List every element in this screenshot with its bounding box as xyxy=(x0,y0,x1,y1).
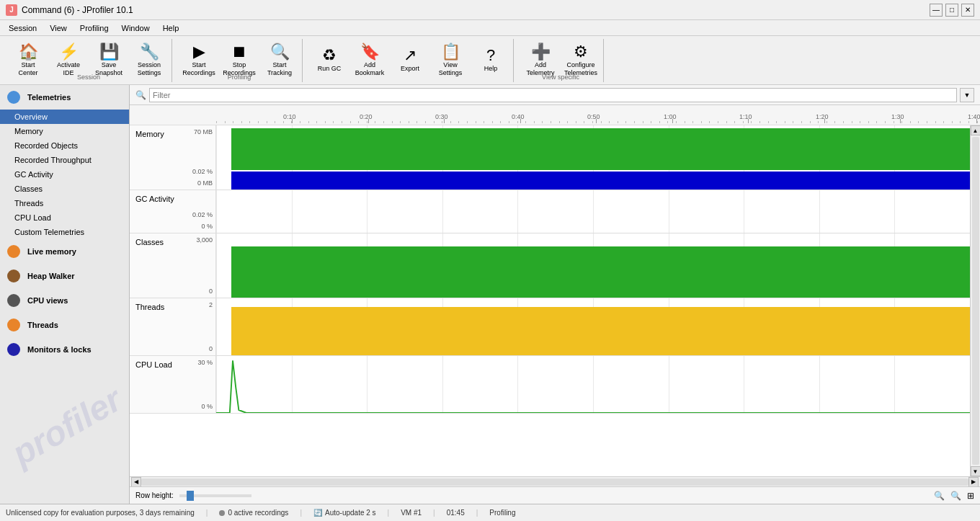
minor-tick-38 xyxy=(534,121,535,123)
scroll-right-button[interactable]: ▶ xyxy=(968,477,979,487)
chart-row-cpu-load: CPU Load30 %0 % xyxy=(130,356,970,414)
toolbar-group-1: ▶StartRecordings⏹StopRecordings🔍StartTra… xyxy=(177,39,303,82)
chart-fill-secondary-0 xyxy=(231,172,970,190)
sidebar-item-overview[interactable]: Overview xyxy=(0,110,129,124)
minor-tick-31 xyxy=(476,121,476,123)
minor-tick-79 xyxy=(876,121,877,123)
toolbar-icon-0: ▶ xyxy=(193,44,205,60)
sidebar-item-custom-telemetries[interactable]: Custom Telemetries xyxy=(0,225,129,239)
toolbar-btn-view-settings[interactable]: 📋ViewSettings xyxy=(431,40,470,81)
sidebar-item-gc-activity[interactable]: GC Activity xyxy=(0,167,129,182)
time-axis: 0:100:200:300:400:501:001:101:201:301:40 xyxy=(216,105,980,123)
grid-line-3-0 xyxy=(216,298,217,355)
sidebar-item-recorded-throughput[interactable]: Recorded Throughput xyxy=(0,153,129,167)
zoom-out-icon[interactable]: 🔍 xyxy=(934,491,945,501)
sidebar-section-threads[interactable]: Threads xyxy=(0,313,129,337)
sidebar-section-telemetries[interactable]: Telemetries xyxy=(0,85,129,110)
minor-tick-90 xyxy=(968,121,969,123)
chart-scale-mid-0: 0.02 % xyxy=(192,168,213,175)
toolbar-icon-1: ⚡ xyxy=(59,44,79,60)
minor-tick-13 xyxy=(325,121,326,123)
sidebar-section-heap-walker[interactable]: Heap Walker xyxy=(0,264,129,288)
minor-tick-25 xyxy=(425,121,426,123)
menu-item-help[interactable]: Help xyxy=(157,22,185,34)
minor-tick-62 xyxy=(734,121,735,123)
chart-scale-top-3: 2 xyxy=(209,301,213,308)
chart-row-gc-activity: GC Activity0.02 %0 % xyxy=(130,190,970,233)
grid-line-1-0 xyxy=(216,190,217,233)
zoom-in-icon[interactable]: 🔍 xyxy=(950,491,961,501)
sidebar-item-cpu-load[interactable]: CPU Load xyxy=(0,210,129,225)
sidebar-section-monitors-&-locks[interactable]: Monitors & locks xyxy=(0,337,129,362)
menu-item-view[interactable]: View xyxy=(44,22,73,34)
minor-tick-35 xyxy=(509,121,509,123)
toolbar-icon-4: ? xyxy=(486,48,495,63)
maximize-button[interactable]: □ xyxy=(945,4,958,17)
sidebar-section-label-3: CPU views xyxy=(27,296,68,305)
scroll-left-button[interactable]: ◀ xyxy=(131,477,141,487)
svg-point-4 xyxy=(7,319,20,331)
grid-line-1-1 xyxy=(292,190,293,233)
chart-canvas-3 xyxy=(216,298,970,355)
chart-scale-top-0: 70 MB xyxy=(194,128,213,135)
toolbar-label-3: ViewSettings xyxy=(439,61,463,77)
minor-tick-51 xyxy=(643,121,643,123)
grid-line-1-9 xyxy=(894,190,895,233)
sidebar-item-classes[interactable]: Classes xyxy=(0,182,129,196)
menu-item-profiling[interactable]: Profiling xyxy=(74,22,115,34)
sidebar-item-recorded-objects[interactable]: Recorded Objects xyxy=(0,138,129,153)
toolbar-btn-run-gc[interactable]: ♻Run GC xyxy=(310,40,349,81)
time-tick-label-8: 1:30 xyxy=(891,113,904,120)
minor-tick-77 xyxy=(860,121,860,123)
minor-tick-7 xyxy=(275,121,275,123)
autoupdate-label: Auto-update 2 s xyxy=(325,509,376,517)
minor-tick-72 xyxy=(818,121,819,123)
charts-scroll[interactable]: Memory70 MB0.02 %0 MBGC Activity0.02 %0 … xyxy=(130,125,970,476)
toolbar-btn-export[interactable]: ↗Export xyxy=(391,40,429,81)
time-label: 01:45 xyxy=(447,509,465,517)
minor-tick-9 xyxy=(291,121,292,123)
toolbar-btn-session-settings[interactable]: 🔧SessionSettings xyxy=(130,40,169,81)
scroll-down-button[interactable]: ▼ xyxy=(971,466,981,476)
chart-row-classes: Classes3,0000 xyxy=(130,233,970,298)
sidebar-item-threads[interactable]: Threads xyxy=(0,196,129,210)
time-tick-label-9: 1:40 xyxy=(968,113,980,120)
grid-line-1-4 xyxy=(517,190,518,233)
vertical-scrollbar[interactable]: ▲ ▼ xyxy=(970,125,980,476)
minor-tick-6 xyxy=(267,121,267,123)
horizontal-scrollbar[interactable]: ◀ ▶ xyxy=(130,476,980,486)
toolbar-icon-2: ↗ xyxy=(404,48,416,63)
chart-scale-bottom-2: 0 xyxy=(209,288,213,295)
toolbar-btn-add-bookmark[interactable]: 🔖AddBookmark xyxy=(350,40,389,81)
toolbar-label-2: Export xyxy=(401,65,419,73)
menu-item-session[interactable]: Session xyxy=(3,22,43,34)
toolbar-btn-start-recordings[interactable]: ▶StartRecordings xyxy=(179,40,218,81)
row-height-thumb[interactable] xyxy=(187,491,194,501)
sidebar-section-cpu-views[interactable]: CPU views xyxy=(0,288,129,313)
minor-tick-21 xyxy=(392,121,393,123)
chart-label-2: Classes3,0000 xyxy=(130,233,216,298)
reset-zoom-icon[interactable]: ⊞ xyxy=(967,491,974,501)
minor-tick-52 xyxy=(651,121,651,123)
svg-point-5 xyxy=(7,343,20,356)
menu-item-window[interactable]: Window xyxy=(116,22,156,34)
toolbar-btn-start-tracking[interactable]: 🔍StartTracking xyxy=(260,40,299,81)
row-height-bar: Row height: 🔍 🔍 ⊞ xyxy=(130,486,980,504)
filter-input[interactable] xyxy=(149,88,957,102)
chart-label-0: Memory70 MB0.02 %0 MB xyxy=(130,125,216,190)
scroll-up-button[interactable]: ▲ xyxy=(971,125,981,135)
row-height-label: Row height: xyxy=(135,491,174,499)
chart-label-3: Threads20 xyxy=(130,298,216,355)
filter-dropdown-button[interactable]: ▼ xyxy=(960,88,974,102)
grid-line-1-2 xyxy=(367,190,368,233)
toolbar-btn-help[interactable]: ?Help xyxy=(471,40,510,81)
window-controls[interactable]: — □ ✕ xyxy=(930,4,974,17)
toolbar-btn-start-center[interactable]: 🏠StartCenter xyxy=(9,40,48,81)
minimize-button[interactable]: — xyxy=(930,4,943,17)
minor-tick-73 xyxy=(827,121,827,123)
close-button[interactable]: ✕ xyxy=(961,4,974,17)
sidebar-section-live-memory[interactable]: Live memory xyxy=(0,239,129,264)
minor-tick-12 xyxy=(316,121,317,123)
row-height-slider[interactable] xyxy=(179,494,251,497)
sidebar-item-memory[interactable]: Memory xyxy=(0,124,129,138)
